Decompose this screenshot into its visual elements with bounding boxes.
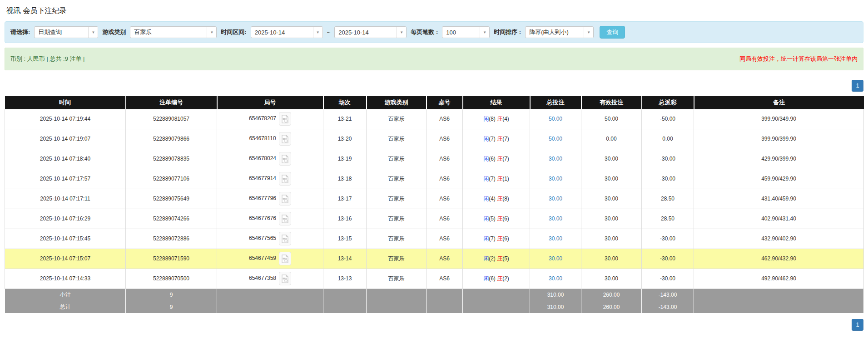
video-replay-button[interactable] [279,172,291,186]
cell-round-id: 654678207 [217,109,323,129]
result-player: 闲 [483,255,489,262]
total-bet-link[interactable]: 30.00 [549,196,562,202]
result-banker: 庄 [497,275,502,282]
page-1-button[interactable]: 1 [852,80,863,92]
total-bet-link[interactable]: 50.00 [549,136,562,142]
chevron-down-icon[interactable]: ▼ [207,27,216,38]
cell-result: 闲(2) 庄(5) [463,249,530,269]
game-category-select[interactable]: 百家乐 ▼ [130,26,217,38]
total-label: 总计 [5,301,126,313]
cell-time: 2025-10-14 07:17:11 [5,189,126,209]
subtotal-total-bet: 310.00 [530,289,581,301]
column-header: 注单编号 [126,96,217,109]
total-bet-link[interactable]: 50.00 [549,116,562,122]
video-file-icon [281,115,289,123]
total-empty-round [217,301,323,313]
result-banker-score: (2) [502,275,509,282]
cell-table-no: AS6 [427,109,463,129]
cell-result: 闲(4) 庄(8) [463,189,530,209]
video-replay-button[interactable] [279,192,291,205]
sort-order-select[interactable]: 降幂(由大到小) ▼ [525,26,594,38]
table-header-row: 时间注单编号局号场次游戏类别桌号结果总投注有效投注总派彩备注 [5,96,864,109]
table-row[interactable]: 2025-10-14 07:16:29522889074266654677676… [5,209,864,229]
table-row[interactable]: 2025-10-14 07:19:07522889079866654678110… [5,129,864,149]
page-1-button[interactable]: 1 [852,319,863,331]
cell-result: 闲(5) 庄(6) [463,209,530,229]
cell-payout: -30.00 [642,249,694,269]
subtotal-row: 小计9310.00260.00-143.00 [5,289,864,301]
chevron-down-icon[interactable]: ▼ [397,27,406,38]
page-size-label: 每页笔数 : [411,28,438,36]
date-from-select[interactable]: 2025-10-14 ▼ [251,26,323,38]
video-replay-button[interactable] [279,212,291,225]
sort-order-label: 时间排序 : [494,28,521,36]
cell-bet-id: 522889072886 [126,229,217,249]
video-replay-button[interactable] [279,232,291,245]
cell-payout: -30.00 [642,269,694,289]
result-banker: 庄 [497,196,502,202]
date-to-select[interactable]: 2025-10-14 ▼ [334,26,407,38]
result-banker-score: (1) [502,176,509,182]
cell-total-bet: 30.00 [530,189,581,209]
result-player: 闲 [483,116,489,122]
result-player: 闲 [483,196,489,202]
total-bet-link[interactable]: 30.00 [549,176,562,182]
chevron-down-icon[interactable]: ▼ [313,27,322,38]
tilde-separator: ~ [327,29,331,36]
table-row[interactable]: 2025-10-14 07:17:57522889077106654677914… [5,169,864,189]
table-row[interactable]: 2025-10-14 07:14:33522889070500654677358… [5,269,864,289]
table-row[interactable]: 2025-10-14 07:15:45522889072886654677565… [5,229,864,249]
select-label: 请选择: [10,28,30,36]
cell-time: 2025-10-14 07:14:33 [5,269,126,289]
total-count: 9 [126,301,217,313]
cell-game-category: 百家乐 [367,129,427,149]
pagination-top: 1 [5,80,863,92]
chevron-down-icon[interactable]: ▼ [480,27,489,38]
page-container: 视讯 会员下注纪录 请选择: 日期查询 ▼ 游戏类别 百家乐 ▼ 时间区间: 2… [5,0,863,331]
video-file-icon [281,235,289,243]
video-replay-button[interactable] [279,152,291,166]
table-row[interactable]: 2025-10-14 07:18:40522889078835654678024… [5,149,864,169]
table-row[interactable]: 2025-10-14 07:19:44522889081057654678207… [5,109,864,129]
table-row[interactable]: 2025-10-14 07:15:07522889071590654677459… [5,249,864,269]
cell-time: 2025-10-14 07:15:45 [5,229,126,249]
total-bet-link[interactable]: 30.00 [549,215,562,222]
search-button[interactable]: 查询 [600,26,625,39]
total-bet-link[interactable]: 30.00 [549,235,562,242]
column-header: 游戏类别 [367,96,427,109]
subtotal-empty-game [367,289,427,301]
cell-game-category: 百家乐 [367,229,427,249]
cell-bet-id: 522889077106 [126,169,217,189]
cell-session: 13-21 [323,109,367,129]
cell-time: 2025-10-14 07:16:29 [5,209,126,229]
cell-round-id: 654677565 [217,229,323,249]
total-bet-link[interactable]: 30.00 [549,275,562,282]
round-id-text: 654677459 [249,255,276,261]
result-player-score: (5) [489,215,497,222]
video-replay-button[interactable] [279,272,291,285]
video-replay-button[interactable] [279,132,291,146]
total-bet-link[interactable]: 30.00 [549,156,562,162]
cell-total-bet: 50.00 [530,129,581,149]
cell-game-category: 百家乐 [367,169,427,189]
video-replay-button[interactable] [279,112,291,126]
subtotal-payout: -143.00 [642,289,694,301]
chevron-down-icon[interactable]: ▼ [88,27,98,38]
table-row[interactable]: 2025-10-14 07:17:11522889075649654677796… [5,189,864,209]
total-total-bet: 310.00 [530,301,581,313]
cell-time: 2025-10-14 07:19:44 [5,109,126,129]
cell-time: 2025-10-14 07:19:07 [5,129,126,149]
cell-total-bet: 30.00 [530,149,581,169]
result-player: 闲 [483,215,489,222]
page-size-select[interactable]: 100 ▼ [442,26,490,38]
total-bet-link[interactable]: 30.00 [549,255,562,262]
video-replay-button[interactable] [279,252,291,265]
result-player-score: (6) [489,275,497,282]
cell-remark: 399.90/349.90 [694,109,864,129]
result-player: 闲 [483,176,489,182]
chevron-down-icon[interactable]: ▼ [584,27,593,38]
query-type-select[interactable]: 日期查询 ▼ [34,26,98,38]
cell-payout: -30.00 [642,149,694,169]
cell-result: 闲(7) 庄(7) [463,129,530,149]
result-banker-score: (4) [502,116,509,122]
